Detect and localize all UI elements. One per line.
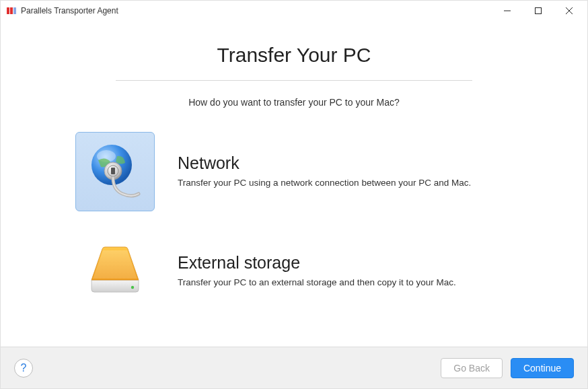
option-external-text: External storage Transfer your PC to an …: [178, 253, 513, 289]
svg-point-12: [131, 286, 134, 289]
page-subtitle: How do you want to transfer your PC to y…: [188, 97, 400, 108]
external-storage-icon: [75, 232, 155, 311]
maximize-button[interactable]: [523, 1, 554, 21]
options-list: Network Transfer your PC using a network…: [75, 132, 513, 311]
svg-rect-0: [7, 7, 9, 14]
option-external-title: External storage: [178, 253, 513, 273]
help-button[interactable]: ?: [14, 359, 33, 378]
window-title: Parallels Transporter Agent: [21, 6, 492, 15]
svg-rect-4: [536, 8, 542, 14]
svg-rect-1: [10, 7, 13, 14]
option-external-desc: Transfer your PC to an external storage …: [178, 277, 513, 289]
footer-bar: ? Go Back Continue: [1, 347, 587, 389]
option-external-storage[interactable]: External storage Transfer your PC to an …: [75, 232, 513, 311]
continue-button[interactable]: Continue: [511, 358, 574, 378]
option-network-text: Network Transfer your PC using a network…: [178, 153, 513, 190]
titlebar: Parallels Transporter Agent: [1, 1, 587, 21]
page-title: Transfer Your PC: [217, 44, 371, 67]
window-controls: [492, 1, 585, 21]
option-network[interactable]: Network Transfer your PC using a network…: [75, 132, 513, 211]
close-button[interactable]: [554, 1, 585, 21]
network-icon: [75, 132, 155, 211]
svg-rect-2: [13, 7, 16, 14]
option-network-title: Network: [178, 153, 513, 173]
minimize-button[interactable]: [492, 1, 523, 21]
go-back-button[interactable]: Go Back: [441, 358, 503, 378]
divider: [116, 80, 472, 81]
option-network-desc: Transfer your PC using a network connect…: [178, 177, 513, 190]
app-icon: [6, 5, 17, 16]
svg-rect-11: [111, 168, 115, 174]
content-area: Transfer Your PC How do you want to tran…: [1, 21, 587, 347]
